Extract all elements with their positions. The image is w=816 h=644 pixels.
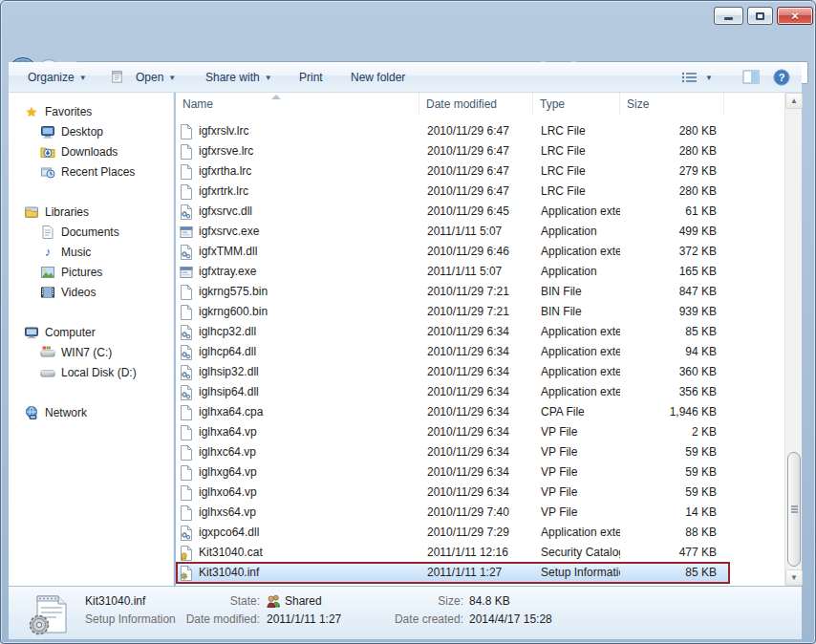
table-row[interactable]: iglhcp64.dll2010/11/29 6:34Application e…: [176, 342, 730, 362]
column-header-date-modified[interactable]: Date modified: [419, 93, 533, 116]
table-row-selected[interactable]: Kit31040.inf2011/1/11 1:27Setup Informat…: [176, 563, 730, 583]
file-size: 939 KB: [620, 302, 724, 322]
inf-file-icon: [180, 566, 193, 581]
table-row[interactable]: iglhxo64.vp2010/11/29 6:34VP File59 KB: [176, 483, 730, 503]
file-size: 88 KB: [620, 523, 724, 543]
table-row[interactable]: igfxrslv.lrc2010/11/29 6:47LRC File280 K…: [176, 121, 730, 141]
file-name: iglhsip32.dll: [199, 362, 259, 382]
sidebar-item-local-disk-d-[interactable]: Local Disk (D:): [9, 362, 173, 382]
sort-ascending-icon: [271, 95, 281, 99]
recent-icon: [40, 164, 55, 180]
file-name: Kit31040.inf: [199, 563, 259, 583]
scroll-up-icon[interactable]: ▲: [785, 93, 803, 109]
file-type: Application extens...: [533, 523, 620, 543]
sidebar-item-win7-c-[interactable]: WIN7 (C:): [9, 342, 173, 362]
page-file-icon: [180, 124, 193, 140]
page-file-icon: [180, 144, 193, 160]
scroll-down-icon[interactable]: ▼: [785, 569, 803, 586]
table-row[interactable]: igfxsrvc.exe2011/1/11 5:07Application499…: [176, 222, 730, 242]
open-button[interactable]: Open▼: [104, 62, 182, 92]
vertical-scrollbar[interactable]: ▲ ▼: [784, 93, 802, 586]
views-button[interactable]: ▼: [681, 62, 713, 92]
file-date-modified: 2010/11/29 6:34: [419, 442, 533, 462]
table-row[interactable]: igxpco64.dll2010/11/29 7:29Application e…: [176, 523, 730, 543]
file-type: Application: [533, 222, 620, 242]
close-button[interactable]: ×: [777, 7, 813, 25]
page-icon: [180, 465, 193, 481]
application-icon: [180, 265, 193, 280]
help-button[interactable]: ?: [773, 62, 790, 92]
sidebar-item-network[interactable]: Network: [9, 402, 173, 422]
file-size: 59 KB: [620, 483, 724, 503]
file-size: 85 KB: [620, 322, 724, 342]
dll-icon: [180, 385, 193, 400]
sidebar-item-pictures[interactable]: Pictures: [9, 262, 173, 282]
share-with-button[interactable]: Share with▼: [200, 62, 278, 92]
sidebar-item-downloads[interactable]: Downloads: [9, 141, 173, 161]
file-date-modified: 2010/11/29 6:47: [419, 161, 533, 182]
file-date-modified: 2010/11/29 7:29: [419, 523, 533, 543]
table-row[interactable]: igfxsrvc.dll2010/11/29 6:45Application e…: [176, 202, 730, 222]
file-type: LRC File: [533, 161, 620, 182]
file-date-modified: 2010/11/29 6:34: [419, 362, 533, 382]
new-folder-button[interactable]: New folder: [345, 62, 411, 92]
column-header-size[interactable]: Size: [620, 93, 724, 116]
sidebar-item-computer[interactable]: Computer: [9, 322, 173, 342]
column-header-name[interactable]: Name: [176, 93, 419, 116]
file-date-modified: 2011/1/11 12:16: [419, 543, 533, 563]
table-row[interactable]: iglhsip32.dll2010/11/29 6:34Application …: [176, 362, 730, 382]
cat-icon: [180, 546, 193, 561]
table-row[interactable]: iglhsip64.dll2010/11/29 6:34Application …: [176, 382, 730, 402]
sidebar-item-documents[interactable]: Documents: [9, 222, 173, 242]
print-button[interactable]: Print: [293, 62, 329, 92]
file-size: 59 KB: [620, 462, 724, 483]
sidebar-item-desktop[interactable]: Desktop: [9, 121, 173, 141]
file-type: Application extens...: [533, 242, 620, 262]
sidebar-item-favorites[interactable]: ★Favorites: [9, 101, 173, 121]
table-row[interactable]: iglhxa64.cpa2010/11/29 6:34CPA File1,946…: [176, 402, 730, 422]
dll-icon: [180, 245, 193, 260]
sidebar-item-recent-places[interactable]: Recent Places: [9, 161, 173, 182]
sidebar-item-libraries[interactable]: Libraries: [9, 202, 173, 222]
dll-file-icon: [180, 345, 193, 360]
table-row[interactable]: iglhxc64.vp2010/11/29 6:34VP File59 KB: [176, 442, 730, 462]
table-row[interactable]: iglhxa64.vp2010/11/29 6:34VP File2 KB: [176, 422, 730, 442]
scrollbar-thumb[interactable]: [787, 452, 801, 567]
file-name: igkrng575.bin: [199, 282, 268, 302]
file-name: igfxsrvc.exe: [199, 222, 259, 242]
file-name: igfxTMM.dll: [199, 242, 257, 262]
table-row[interactable]: iglhxg64.vp2010/11/29 6:34VP File59 KB: [176, 462, 730, 483]
explorer-window: × ← → ▾ ▸ pci_ven_8086&dev_0102 ▸ pci_ve…: [0, 0, 816, 644]
file-rows: igfxrslv.lrc2010/11/29 6:47LRC File280 K…: [176, 116, 784, 583]
table-row[interactable]: igfxrsve.lrc2010/11/29 6:47LRC File280 K…: [176, 141, 730, 161]
exe-icon: [180, 265, 193, 280]
column-header-type[interactable]: Type: [533, 93, 620, 116]
table-row[interactable]: igfxTMM.dll2010/11/29 6:46Application ex…: [176, 242, 730, 262]
table-row[interactable]: Kit31040.cat2011/1/11 12:16Security Cata…: [176, 543, 730, 563]
sidebar-item-music[interactable]: ♪Music: [9, 242, 173, 262]
page-file-icon: [180, 305, 193, 320]
dll-file-icon: [180, 385, 193, 400]
table-row[interactable]: igfxrtha.lrc2010/11/29 6:47LRC File279 K…: [176, 161, 730, 182]
file-name: igkrng600.bin: [199, 302, 268, 322]
dll-file-icon: [180, 526, 193, 541]
file-name: igfxrsve.lrc: [199, 141, 253, 161]
file-date-modified: 2010/11/29 6:45: [419, 202, 533, 222]
file-date-modified: 2010/11/29 6:47: [419, 182, 533, 202]
sidebar-group-favorites: ★FavoritesDesktopDownloadsRecent Places: [9, 101, 173, 182]
table-row[interactable]: igkrng600.bin2010/11/29 7:21BIN File939 …: [176, 302, 730, 322]
table-row[interactable]: igfxrtrk.lrc2010/11/29 6:47LRC File280 K…: [176, 182, 730, 202]
title-bar[interactable]: ×: [1, 1, 816, 28]
preview-pane-button[interactable]: [742, 62, 760, 92]
table-row[interactable]: iglhcp32.dll2010/11/29 6:34Application e…: [176, 322, 730, 342]
table-row[interactable]: igfxtray.exe2011/1/11 5:07Application165…: [176, 262, 730, 282]
restore-button[interactable]: [747, 7, 773, 25]
organize-button[interactable]: Organize▼: [22, 62, 93, 92]
sidebar-item-videos[interactable]: Videos: [9, 282, 173, 302]
application-icon: [180, 225, 193, 240]
minimize-button[interactable]: [714, 7, 743, 25]
table-row[interactable]: igkrng575.bin2010/11/29 7:21BIN File847 …: [176, 282, 730, 302]
drive-icon: [40, 365, 55, 380]
table-row[interactable]: iglhxs64.vp2010/11/29 7:40VP File14 KB: [176, 503, 730, 523]
file-size: 499 KB: [620, 222, 724, 242]
